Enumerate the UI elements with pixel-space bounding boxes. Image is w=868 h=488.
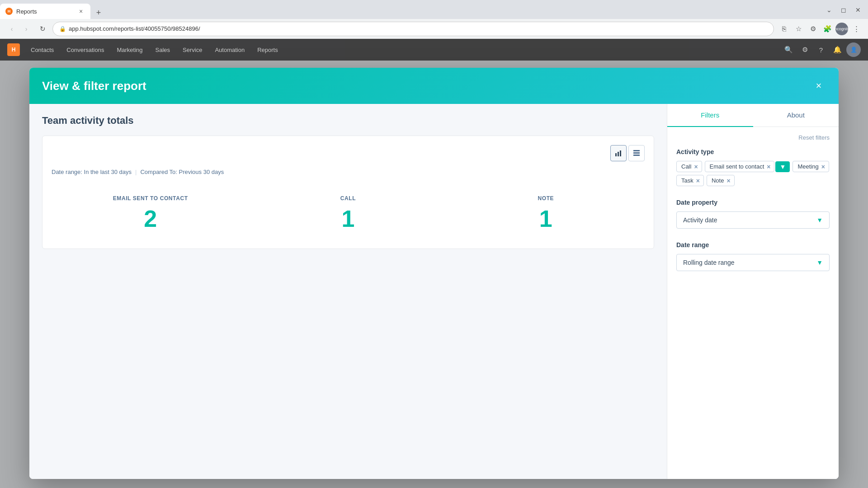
tab-close-button[interactable]: × bbox=[77, 7, 85, 15]
date-property-section: Date property Activity date ▼ bbox=[676, 199, 830, 229]
browser-chrome: H Reports × + ⌄ ◻ ✕ ‹ › ↻ 🔒 app.hubspot.… bbox=[0, 0, 868, 39]
activity-type-section: Activity type Call × Email sent to conta… bbox=[676, 148, 830, 186]
svg-rect-5 bbox=[633, 155, 640, 156]
filter-tag-meeting-label: Meeting bbox=[797, 163, 818, 170]
extension-icon[interactable]: 🧩 bbox=[821, 23, 834, 35]
modal-close-button[interactable]: × bbox=[811, 79, 826, 93]
help-icon-button[interactable]: ? bbox=[814, 42, 828, 57]
filters-tabs: Filters About bbox=[667, 104, 839, 127]
reset-filters-link[interactable]: Reset filters bbox=[676, 134, 830, 141]
minimize-button[interactable]: ⌄ bbox=[823, 4, 835, 16]
filter-tag-meeting[interactable]: Meeting × bbox=[793, 161, 829, 172]
date-range-dropdown-wrap: Rolling date range ▼ bbox=[676, 254, 830, 271]
incognito-avatar[interactable]: Incognito bbox=[835, 23, 848, 35]
filter-tag-meeting-remove[interactable]: × bbox=[821, 164, 825, 170]
bookmark-icon[interactable]: ☆ bbox=[792, 23, 805, 35]
close-window-button[interactable]: ✕ bbox=[852, 4, 864, 16]
date-range-dropdown[interactable]: Rolling date range ▼ bbox=[676, 254, 830, 271]
report-title: Team activity totals bbox=[42, 115, 654, 127]
date-range-section: Date range Rolling date range ▼ bbox=[676, 241, 830, 271]
maximize-button[interactable]: ◻ bbox=[837, 4, 850, 16]
metric-call-value: 1 bbox=[258, 207, 438, 230]
nav-arrows: ‹ › bbox=[5, 23, 33, 35]
filter-tag-call-remove[interactable]: × bbox=[694, 164, 698, 170]
nav-actions: ⎘ ☆ ⚙ 🧩 Incognito ⋮ bbox=[778, 23, 863, 35]
tab-filters[interactable]: Filters bbox=[667, 104, 753, 127]
chart-view-button[interactable] bbox=[610, 145, 627, 161]
filters-body: Reset filters Activity type Call × E bbox=[667, 127, 839, 479]
filter-tag-note[interactable]: Note × bbox=[707, 175, 735, 186]
svg-rect-1 bbox=[618, 152, 619, 156]
filter-tag-email-label: Email sent to contact bbox=[710, 163, 764, 170]
forward-button[interactable]: › bbox=[20, 23, 33, 35]
date-property-dropdown-wrap: Activity date ▼ bbox=[676, 211, 830, 229]
metrics-row: EMAIL SENT TO CONTACT 2 CALL 1 NOTE 1 bbox=[52, 186, 645, 239]
report-area: Team activity totals Date range: In the … bbox=[29, 104, 667, 479]
date-range-title: Date range bbox=[676, 241, 830, 249]
table-view-button[interactable] bbox=[628, 145, 645, 161]
modal-body: Team activity totals Date range: In the … bbox=[29, 104, 839, 479]
appbar-item-sales[interactable]: Sales bbox=[150, 44, 176, 56]
filter-tag-task-label: Task bbox=[681, 177, 693, 184]
metric-email-sent: EMAIL SENT TO CONTACT 2 bbox=[52, 186, 249, 239]
filter-tag-task[interactable]: Task × bbox=[676, 175, 704, 186]
report-controls bbox=[52, 145, 645, 161]
metric-note-value: 1 bbox=[456, 207, 636, 230]
date-property-dropdown[interactable]: Activity date ▼ bbox=[676, 211, 830, 229]
svg-rect-0 bbox=[615, 153, 617, 156]
date-range-label: Date range: In the last 30 days bbox=[52, 169, 132, 175]
back-button[interactable]: ‹ bbox=[5, 23, 18, 35]
filter-tag-task-remove[interactable]: × bbox=[696, 178, 700, 184]
appbar-item-automation[interactable]: Automation bbox=[209, 44, 250, 56]
hubspot-logo: H bbox=[7, 43, 20, 56]
tab-about[interactable]: About bbox=[753, 104, 839, 127]
filters-panel: Filters About Reset filters Activity typ… bbox=[667, 104, 839, 479]
report-card: Date range: In the last 30 days | Compar… bbox=[42, 136, 654, 249]
filter-tag-email-remove[interactable]: × bbox=[767, 164, 770, 170]
modal-title: View & filter report bbox=[42, 79, 146, 93]
filter-tag-call[interactable]: Call × bbox=[676, 161, 702, 172]
new-tab-button[interactable]: + bbox=[92, 6, 105, 19]
tab-title: Reports bbox=[16, 8, 73, 15]
browser-menu-button[interactable]: ⋮ bbox=[850, 23, 863, 35]
address-bar[interactable]: 🔒 app.hubspot.com/reports-list/40055750/… bbox=[52, 22, 774, 36]
metric-call-label: CALL bbox=[258, 195, 438, 202]
filter-tag-note-label: Note bbox=[712, 177, 724, 184]
compared-to-label: Compared To: Previous 30 days bbox=[140, 169, 224, 175]
window-controls: ⌄ ◻ ✕ bbox=[823, 0, 868, 16]
tab-favicon: H bbox=[5, 8, 13, 15]
metric-note: NOTE 1 bbox=[447, 186, 645, 239]
view-filter-modal: View & filter report × Team activity tot… bbox=[29, 68, 839, 479]
svg-rect-4 bbox=[633, 152, 640, 154]
date-range-selected: Rolling date range bbox=[683, 259, 735, 266]
user-avatar[interactable]: 👤 bbox=[846, 42, 861, 57]
date-separator: | bbox=[135, 169, 137, 175]
appbar-item-marketing[interactable]: Marketing bbox=[111, 44, 148, 56]
filter-tag-dropdown-button[interactable]: ▼ bbox=[775, 161, 790, 172]
filter-tag-email[interactable]: Email sent to contact × bbox=[705, 161, 775, 172]
nav-bar: ‹ › ↻ 🔒 app.hubspot.com/reports-list/400… bbox=[0, 19, 868, 39]
appbar-item-conversations[interactable]: Conversations bbox=[61, 44, 109, 56]
url-text: app.hubspot.com/reports-list/40055750/98… bbox=[69, 25, 200, 32]
appbar-item-reports[interactable]: Reports bbox=[252, 44, 283, 56]
metric-note-label: NOTE bbox=[456, 195, 636, 202]
appbar-item-service[interactable]: Service bbox=[177, 44, 208, 56]
date-info: Date range: In the last 30 days | Compar… bbox=[52, 169, 645, 175]
settings-icon-button[interactable]: ⚙ bbox=[797, 42, 812, 57]
active-tab[interactable]: H Reports × bbox=[0, 4, 90, 19]
metric-call: CALL 1 bbox=[249, 186, 447, 239]
hubspot-extension-icon[interactable]: ⚙ bbox=[807, 23, 819, 35]
date-property-selected: Activity date bbox=[683, 216, 717, 224]
cast-icon[interactable]: ⎘ bbox=[778, 23, 790, 35]
svg-rect-3 bbox=[633, 150, 640, 151]
app-bar-icons: 🔍 ⚙ ? 🔔 👤 bbox=[781, 42, 861, 57]
modal-header: View & filter report × bbox=[29, 68, 839, 104]
date-property-title: Date property bbox=[676, 199, 830, 206]
appbar-item-contacts[interactable]: Contacts bbox=[25, 44, 59, 56]
notifications-icon-button[interactable]: 🔔 bbox=[830, 42, 844, 57]
activity-type-tags: Call × Email sent to contact × ▼ bbox=[676, 161, 830, 186]
filter-tag-note-remove[interactable]: × bbox=[726, 178, 730, 184]
search-icon-button[interactable]: 🔍 bbox=[781, 42, 796, 57]
svg-rect-2 bbox=[620, 150, 621, 156]
refresh-button[interactable]: ↻ bbox=[36, 23, 49, 35]
